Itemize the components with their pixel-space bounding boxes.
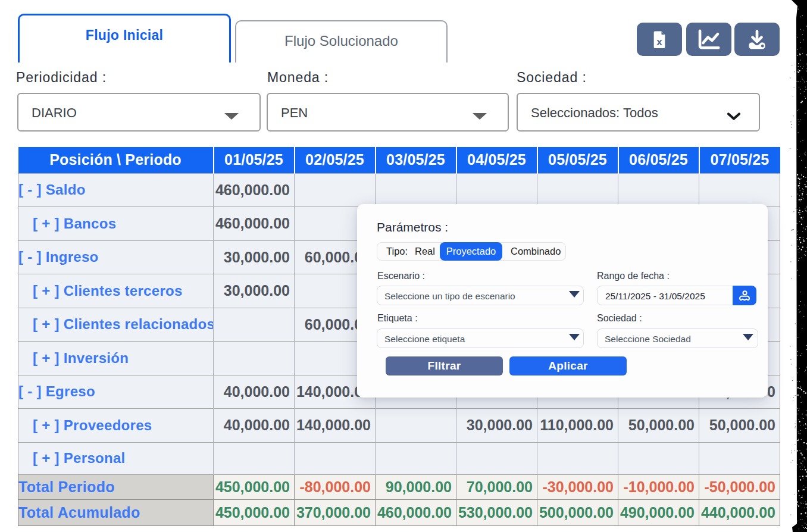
svg-text:x: x — [656, 36, 662, 48]
